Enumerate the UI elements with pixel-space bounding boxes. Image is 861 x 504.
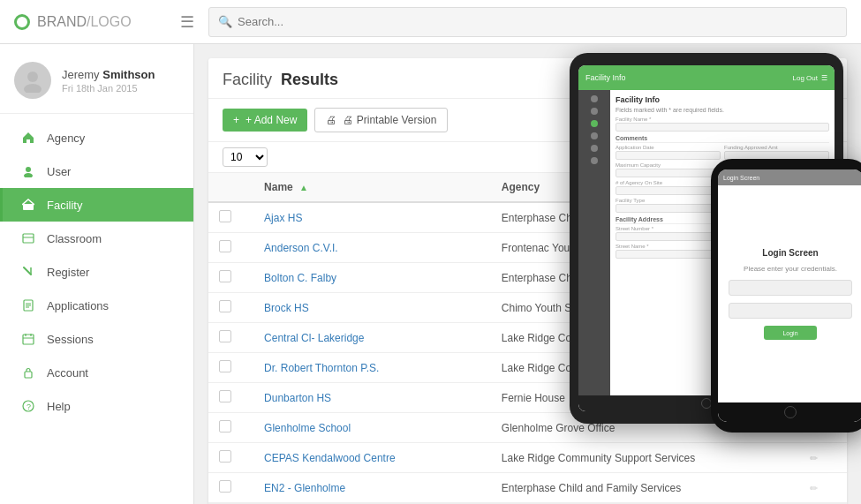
row-edit-icon[interactable]: ✏	[810, 303, 818, 313]
svg-line-7	[24, 267, 31, 275]
brand: BRAND/LOGO ☰	[14, 12, 208, 32]
add-new-button[interactable]: + + Add New	[223, 109, 307, 132]
checkbox[interactable]	[219, 270, 231, 282]
brand-text: BRAND/LOGO	[37, 14, 132, 30]
cell-actions: ✏	[799, 233, 847, 263]
row-edit-icon[interactable]: ✏	[810, 393, 818, 403]
table-row: Dr. Robert Thornton P.S. Lake Ridge Comm…	[208, 353, 847, 383]
row-edit-icon[interactable]: ✏	[810, 333, 818, 343]
checkbox[interactable]	[219, 450, 231, 463]
table-row: Central Cl- Lakeridge Lake Ridge Communi…	[208, 323, 847, 353]
checkbox[interactable]	[219, 480, 231, 493]
cell-actions: ✏	[799, 353, 847, 383]
classroom-icon	[20, 230, 36, 246]
sidebar-item-classroom-label: Classroom	[47, 232, 102, 245]
page-title: Facility Results	[223, 71, 338, 88]
cell-agency: Fernie House	[491, 383, 799, 413]
row-edit-icon[interactable]: ✏	[810, 483, 818, 493]
printable-version-button[interactable]: 🖨 🖨 Printable Version	[314, 108, 448, 132]
page-title-normal: Facility	[223, 71, 272, 88]
content-header: Facility Results	[208, 58, 847, 99]
checkbox[interactable]	[219, 240, 231, 252]
col-header-name[interactable]: Name ▲	[253, 173, 491, 202]
sidebar-item-facility[interactable]: Facility	[0, 188, 193, 222]
cell-name: Dunbarton HS	[253, 383, 491, 413]
user-date: Fri 18th Jan 2015	[62, 83, 155, 94]
facility-table: Name ▲ Agency Ajax HS Enterphase Child a…	[208, 173, 847, 503]
cell-name: Bolton C. Falby	[253, 263, 491, 293]
checkbox[interactable]	[219, 330, 231, 342]
checkbox[interactable]	[219, 300, 231, 312]
col-header-actions	[799, 173, 847, 202]
cell-agency: Frontenac Youth Services	[491, 233, 799, 263]
sidebar-item-account[interactable]: Account	[0, 356, 193, 389]
table-row: Ajax HS Enterphase Child and Family Serv…	[208, 202, 847, 233]
cell-agency: Lake Ridge Community Support Services	[491, 443, 799, 473]
cell-check	[208, 473, 253, 503]
table-wrap: Name ▲ Agency Ajax HS Enterphase Child a…	[208, 173, 847, 503]
row-edit-icon[interactable]: ✏	[810, 423, 818, 433]
sidebar-item-sessions-label: Sessions	[47, 333, 94, 346]
facility-icon	[20, 197, 36, 213]
cell-check	[208, 263, 253, 293]
sidebar-item-user[interactable]: User	[0, 154, 193, 188]
per-page-select[interactable]: 10 25 50 100	[223, 147, 268, 167]
cell-name: Anderson C.V.I.	[253, 233, 491, 263]
search-bar: 🔍	[208, 7, 847, 37]
table-row: Glenholme School Glenholme Grove Office …	[208, 413, 847, 443]
cell-agency: Lake Ridge Community Support Services	[491, 353, 799, 383]
cell-actions: ✏	[799, 263, 847, 293]
sidebar-item-applications[interactable]: Applications	[0, 289, 193, 322]
sidebar-item-register-label: Register	[47, 266, 89, 279]
cell-actions: ✏	[799, 383, 847, 413]
sidebar-item-applications-label: Applications	[47, 299, 109, 312]
svg-point-0	[27, 71, 38, 82]
table-row: CEPAS Kendalwood Centre Lake Ridge Commu…	[208, 443, 847, 473]
row-edit-icon[interactable]: ✏	[810, 243, 818, 253]
cell-agency: Lake Ridge Community Support Services	[491, 323, 799, 353]
sidebar-item-classroom[interactable]: Classroom	[0, 222, 193, 255]
sidebar: Jeremy Smithson Fri 18th Jan 2015 Agency	[0, 44, 194, 504]
cell-check	[208, 202, 253, 233]
sidebar-item-help[interactable]: ? Help	[0, 389, 193, 423]
per-page-wrap: 10 25 50 100	[208, 142, 847, 173]
hamburger-icon[interactable]: ☰	[180, 12, 194, 32]
checkbox[interactable]	[219, 360, 231, 372]
register-icon	[20, 264, 36, 280]
content-panel: Facility Results + + Add New 🖨 🖨 Printab…	[208, 58, 847, 504]
sidebar-item-sessions[interactable]: Sessions	[0, 322, 193, 356]
cell-check	[208, 323, 253, 353]
svg-rect-5	[23, 234, 34, 243]
home-icon	[20, 130, 36, 146]
svg-rect-13	[23, 335, 34, 344]
search-input[interactable]	[238, 15, 837, 28]
sidebar-item-facility-label: Facility	[47, 199, 82, 212]
sidebar-item-register[interactable]: Register	[0, 255, 193, 289]
sidebar-item-help-label: Help	[47, 400, 71, 413]
col-header-check	[208, 173, 253, 202]
cell-check	[208, 233, 253, 263]
cell-actions: ✏	[799, 443, 847, 473]
cell-actions: ✏	[799, 323, 847, 353]
main-layout: Jeremy Smithson Fri 18th Jan 2015 Agency	[0, 44, 861, 504]
cell-agency: Glenholme Grove Office	[491, 413, 799, 443]
cell-name: Glenholme School	[253, 413, 491, 443]
row-edit-icon[interactable]: ✏	[810, 213, 818, 223]
sidebar-item-agency[interactable]: Agency	[0, 121, 193, 154]
cell-check	[208, 383, 253, 413]
user-last-name: Smithson	[102, 68, 155, 81]
add-new-label: + Add New	[245, 114, 297, 126]
svg-rect-4	[23, 204, 34, 210]
row-edit-icon[interactable]: ✏	[810, 273, 818, 283]
cell-name: Ajax HS	[253, 202, 491, 233]
checkbox[interactable]	[219, 390, 231, 402]
cell-agency: Enterphase Child and Family Services	[491, 473, 799, 503]
checkbox[interactable]	[219, 210, 231, 222]
top-bar: BRAND/LOGO ☰ 🔍	[0, 0, 861, 44]
sidebar-item-user-label: User	[47, 165, 71, 178]
row-edit-icon[interactable]: ✏	[810, 453, 818, 463]
brand-name: BRAND	[37, 14, 87, 29]
user-icon	[20, 163, 36, 179]
row-edit-icon[interactable]: ✏	[810, 363, 818, 373]
checkbox[interactable]	[219, 420, 231, 433]
